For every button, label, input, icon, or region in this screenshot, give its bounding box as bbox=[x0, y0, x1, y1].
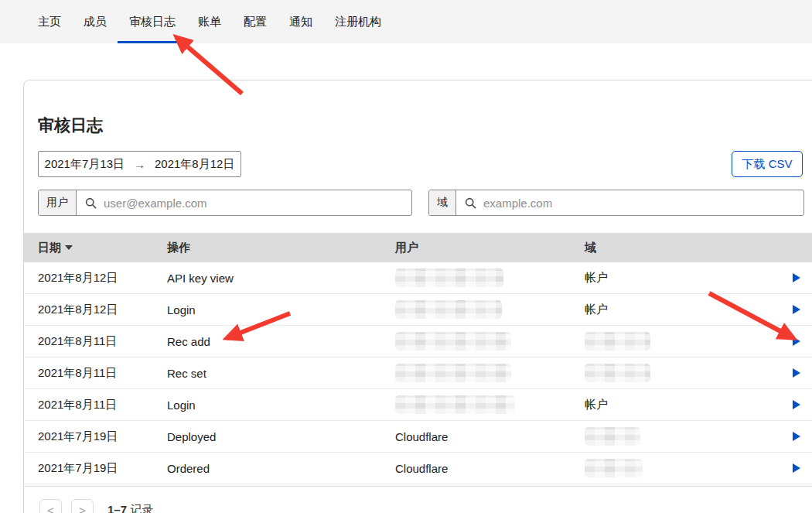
chevron-right-icon bbox=[793, 400, 800, 409]
chevron-right-icon bbox=[793, 368, 800, 378]
column-header-action[interactable]: 操作 bbox=[167, 241, 395, 255]
nav-tabs: 主页成员审核日志账单配置通知注册机构 bbox=[0, 0, 812, 43]
cell-date: 2021年8月12日 bbox=[38, 303, 167, 317]
redacted-blur bbox=[585, 364, 650, 382]
redacted-blur bbox=[585, 332, 650, 351]
cell-action: Deployed bbox=[167, 430, 395, 443]
cell-user bbox=[395, 332, 585, 351]
domain-filter-label: 域 bbox=[429, 190, 456, 215]
cell-domain bbox=[585, 364, 790, 382]
page-title: 审核日志 bbox=[38, 115, 103, 136]
download-csv-button[interactable]: 下载 CSV bbox=[732, 151, 803, 177]
nav-tab[interactable]: 账单 bbox=[196, 0, 223, 43]
nav-tab[interactable]: 注册机构 bbox=[333, 0, 383, 43]
cell-domain bbox=[585, 459, 790, 477]
row-expand-button[interactable] bbox=[790, 270, 810, 286]
chevron-right-icon bbox=[793, 305, 800, 314]
cell-action: Ordered bbox=[167, 462, 395, 475]
pagination-summary: 1–7 记录 bbox=[107, 503, 153, 513]
chevron-right-icon bbox=[793, 432, 800, 441]
sort-desc-icon bbox=[65, 245, 73, 250]
pagination: < > 1–7 记录 bbox=[24, 486, 812, 513]
nav-tab[interactable]: 主页 bbox=[36, 0, 63, 43]
nav-tab[interactable]: 通知 bbox=[288, 0, 314, 43]
redacted-blur bbox=[395, 300, 502, 319]
row-expand-button[interactable] bbox=[790, 365, 810, 381]
nav-tab[interactable]: 配置 bbox=[242, 0, 268, 43]
redacted-blur bbox=[585, 427, 640, 446]
cell-domain bbox=[585, 427, 790, 446]
search-icon bbox=[85, 197, 97, 209]
table-header-row: 日期 操作 用户 域 bbox=[24, 233, 812, 262]
table-body: 2021年8月12日API key view帐户2021年8月12日Login帐… bbox=[24, 262, 812, 484]
prev-page-button[interactable]: < bbox=[39, 499, 62, 513]
table-row[interactable]: 2021年8月12日API key view帐户 bbox=[24, 262, 812, 294]
cell-action: Rec add bbox=[167, 335, 395, 348]
next-page-button[interactable]: > bbox=[71, 499, 94, 513]
cell-date: 2021年8月12日 bbox=[38, 271, 167, 286]
table-row[interactable]: 2021年8月11日Login帐户 bbox=[24, 389, 812, 421]
table-row[interactable]: 2021年8月11日Rec set bbox=[24, 357, 812, 389]
user-filter-input-wrap bbox=[77, 190, 411, 215]
audit-log-table: 日期 操作 用户 域 2021年8月12日API key view帐户2021年… bbox=[24, 233, 812, 484]
pagination-unit: 记录 bbox=[130, 503, 153, 513]
cell-user bbox=[395, 364, 585, 382]
column-header-domain[interactable]: 域 bbox=[585, 241, 790, 255]
table-row[interactable]: 2021年8月12日Login帐户 bbox=[24, 294, 812, 326]
row-expand-button[interactable] bbox=[790, 460, 810, 476]
user-search-input[interactable] bbox=[102, 196, 403, 210]
cell-user bbox=[395, 300, 585, 319]
domain-filter-input-wrap bbox=[456, 190, 803, 215]
nav-tab[interactable]: 成员 bbox=[82, 0, 108, 43]
cell-date: 2021年8月11日 bbox=[38, 398, 167, 412]
chevron-right-icon bbox=[793, 463, 800, 473]
nav-tab-active[interactable]: 审核日志 bbox=[128, 0, 177, 43]
redacted-blur bbox=[395, 268, 503, 287]
column-header-user[interactable]: 用户 bbox=[395, 241, 585, 255]
cell-action: Login bbox=[167, 398, 395, 412]
table-row[interactable]: 2021年7月19日OrderedCloudflare bbox=[24, 453, 812, 484]
cell-user: Cloudflare bbox=[395, 462, 585, 475]
row-expand-button[interactable] bbox=[790, 333, 810, 349]
table-row[interactable]: 2021年7月19日DeployedCloudflare bbox=[24, 421, 812, 453]
column-header-date[interactable]: 日期 bbox=[38, 241, 167, 255]
date-range-end: 2021年8月12日 bbox=[155, 157, 234, 172]
cell-action: Login bbox=[167, 303, 395, 316]
cell-date: 2021年7月19日 bbox=[38, 429, 167, 444]
table-row[interactable]: 2021年8月11日Rec add bbox=[24, 326, 812, 357]
row-expand-button[interactable] bbox=[790, 302, 810, 317]
date-range-arrow-icon: → bbox=[134, 158, 145, 171]
user-filter-label: 用户 bbox=[39, 190, 77, 215]
chevron-right-icon bbox=[793, 273, 800, 282]
redacted-blur bbox=[395, 364, 511, 382]
row-expand-button[interactable] bbox=[790, 429, 810, 444]
audit-log-card: 审核日志 2021年7月13日 → 2021年8月12日 下载 CSV 用户 域… bbox=[23, 80, 812, 513]
pagination-range: 1–7 bbox=[107, 503, 127, 513]
search-icon bbox=[465, 197, 476, 209]
cell-user bbox=[395, 395, 585, 414]
domain-search-input[interactable] bbox=[482, 196, 795, 210]
cell-domain: 帐户 bbox=[585, 303, 790, 317]
cell-action: Rec set bbox=[167, 367, 395, 380]
date-range-picker[interactable]: 2021年7月13日 → 2021年8月12日 bbox=[38, 151, 241, 177]
domain-filter-group: 域 bbox=[428, 190, 804, 216]
date-range-start: 2021年7月13日 bbox=[45, 157, 125, 172]
cell-domain: 帐户 bbox=[585, 398, 790, 412]
cell-action: API key view bbox=[167, 272, 395, 285]
cell-user: Cloudflare bbox=[395, 430, 585, 443]
user-filter-group: 用户 bbox=[38, 190, 412, 216]
redacted-blur bbox=[585, 459, 643, 477]
cell-user bbox=[395, 268, 585, 287]
cell-date: 2021年8月11日 bbox=[38, 366, 167, 381]
cell-date: 2021年8月11日 bbox=[38, 334, 167, 349]
redacted-blur bbox=[395, 395, 515, 414]
row-expand-button[interactable] bbox=[790, 397, 810, 412]
cell-domain: 帐户 bbox=[585, 271, 790, 286]
redacted-blur bbox=[395, 332, 511, 351]
chevron-right-icon bbox=[793, 337, 800, 346]
cell-domain bbox=[585, 332, 790, 351]
cell-date: 2021年7月19日 bbox=[38, 461, 167, 476]
